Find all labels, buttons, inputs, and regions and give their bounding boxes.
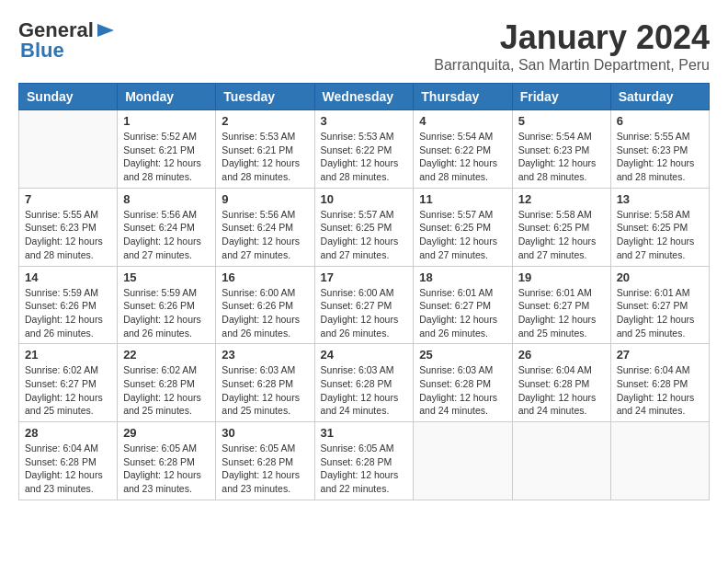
title-block: January 2024 Barranquita, San Martin Dep… [434, 18, 710, 74]
day-info: Sunrise: 5:56 AM Sunset: 6:24 PM Dayligh… [222, 208, 308, 262]
calendar-cell: 12Sunrise: 5:58 AM Sunset: 6:25 PM Dayli… [512, 188, 610, 266]
day-number: 22 [123, 348, 210, 362]
calendar-cell: 28Sunrise: 6:04 AM Sunset: 6:28 PM Dayli… [19, 422, 118, 500]
day-info: Sunrise: 6:03 AM Sunset: 6:28 PM Dayligh… [222, 363, 308, 418]
day-info: Sunrise: 5:55 AM Sunset: 6:23 PM Dayligh… [617, 130, 703, 184]
day-number: 6 [617, 114, 703, 128]
day-info: Sunrise: 5:58 AM Sunset: 6:25 PM Dayligh… [518, 208, 605, 262]
day-info: Sunrise: 6:05 AM Sunset: 6:28 PM Dayligh… [123, 442, 210, 496]
day-info: Sunrise: 6:01 AM Sunset: 6:27 PM Dayligh… [617, 286, 703, 340]
logo-arrow-icon [96, 20, 116, 40]
day-number: 26 [518, 348, 605, 362]
day-number: 9 [222, 192, 308, 206]
month-title: January 2024 [434, 18, 710, 57]
day-info: Sunrise: 5:59 AM Sunset: 6:26 PM Dayligh… [25, 286, 111, 340]
calendar-header-sunday: Sunday [19, 84, 118, 110]
day-number: 21 [25, 348, 111, 362]
day-info: Sunrise: 6:00 AM Sunset: 6:26 PM Dayligh… [222, 286, 308, 340]
calendar-cell: 8Sunrise: 5:56 AM Sunset: 6:24 PM Daylig… [118, 188, 216, 266]
calendar-week-2: 7Sunrise: 5:55 AM Sunset: 6:23 PM Daylig… [19, 188, 710, 266]
calendar-cell: 2Sunrise: 5:53 AM Sunset: 6:21 PM Daylig… [216, 110, 314, 189]
day-number: 2 [222, 114, 308, 128]
day-number: 15 [123, 270, 210, 284]
day-number: 11 [419, 192, 506, 206]
day-info: Sunrise: 6:02 AM Sunset: 6:28 PM Dayligh… [123, 363, 210, 418]
day-info: Sunrise: 5:53 AM Sunset: 6:22 PM Dayligh… [321, 130, 408, 184]
day-number: 4 [419, 114, 506, 128]
day-info: Sunrise: 5:57 AM Sunset: 6:25 PM Dayligh… [321, 208, 408, 262]
day-number: 18 [419, 270, 506, 284]
calendar-cell: 5Sunrise: 5:54 AM Sunset: 6:23 PM Daylig… [512, 110, 610, 189]
day-info: Sunrise: 6:03 AM Sunset: 6:28 PM Dayligh… [419, 363, 506, 418]
calendar-cell: 11Sunrise: 5:57 AM Sunset: 6:25 PM Dayli… [414, 188, 512, 266]
day-number: 23 [222, 348, 308, 362]
calendar-cell: 16Sunrise: 6:00 AM Sunset: 6:26 PM Dayli… [216, 266, 314, 344]
calendar-cell: 30Sunrise: 6:05 AM Sunset: 6:28 PM Dayli… [216, 422, 314, 500]
calendar-header-monday: Monday [118, 84, 216, 110]
day-number: 13 [617, 192, 703, 206]
calendar-cell: 20Sunrise: 6:01 AM Sunset: 6:27 PM Dayli… [610, 266, 709, 344]
day-info: Sunrise: 6:04 AM Sunset: 6:28 PM Dayligh… [25, 442, 111, 496]
day-number: 29 [123, 426, 210, 440]
day-number: 1 [123, 114, 210, 128]
day-number: 27 [617, 348, 703, 362]
calendar-header-friday: Friday [512, 84, 610, 110]
day-number: 19 [518, 270, 605, 284]
calendar-week-4: 21Sunrise: 6:02 AM Sunset: 6:27 PM Dayli… [19, 344, 710, 422]
day-info: Sunrise: 6:04 AM Sunset: 6:28 PM Dayligh… [617, 363, 703, 418]
calendar-cell: 4Sunrise: 5:54 AM Sunset: 6:22 PM Daylig… [414, 110, 512, 189]
calendar-cell: 19Sunrise: 6:01 AM Sunset: 6:27 PM Dayli… [512, 266, 610, 344]
calendar-table: SundayMondayTuesdayWednesdayThursdayFrid… [18, 83, 710, 500]
day-number: 16 [222, 270, 308, 284]
day-info: Sunrise: 6:00 AM Sunset: 6:27 PM Dayligh… [321, 286, 408, 340]
day-number: 25 [419, 348, 506, 362]
day-info: Sunrise: 5:56 AM Sunset: 6:24 PM Dayligh… [123, 208, 210, 262]
day-number: 7 [25, 192, 111, 206]
day-info: Sunrise: 6:03 AM Sunset: 6:28 PM Dayligh… [321, 363, 408, 418]
day-number: 24 [321, 348, 408, 362]
calendar-cell: 18Sunrise: 6:01 AM Sunset: 6:27 PM Dayli… [414, 266, 512, 344]
day-number: 10 [321, 192, 408, 206]
day-info: Sunrise: 5:58 AM Sunset: 6:25 PM Dayligh… [617, 208, 703, 262]
calendar-cell: 9Sunrise: 5:56 AM Sunset: 6:24 PM Daylig… [216, 188, 314, 266]
calendar-cell: 22Sunrise: 6:02 AM Sunset: 6:28 PM Dayli… [118, 344, 216, 422]
calendar-cell: 25Sunrise: 6:03 AM Sunset: 6:28 PM Dayli… [414, 344, 512, 422]
calendar-week-5: 28Sunrise: 6:04 AM Sunset: 6:28 PM Dayli… [19, 422, 710, 500]
calendar-cell: 14Sunrise: 5:59 AM Sunset: 6:26 PM Dayli… [19, 266, 118, 344]
day-info: Sunrise: 6:05 AM Sunset: 6:28 PM Dayligh… [222, 442, 308, 496]
day-info: Sunrise: 5:53 AM Sunset: 6:21 PM Dayligh… [222, 130, 308, 184]
day-number: 3 [321, 114, 408, 128]
day-number: 17 [321, 270, 408, 284]
day-info: Sunrise: 5:59 AM Sunset: 6:26 PM Dayligh… [123, 286, 210, 340]
calendar-header-row: SundayMondayTuesdayWednesdayThursdayFrid… [19, 84, 710, 110]
day-number: 12 [518, 192, 605, 206]
calendar-header-wednesday: Wednesday [314, 84, 414, 110]
svg-marker-0 [97, 24, 114, 37]
logo: General Blue [18, 18, 116, 63]
calendar-header-saturday: Saturday [610, 84, 709, 110]
calendar-cell: 13Sunrise: 5:58 AM Sunset: 6:25 PM Dayli… [610, 188, 709, 266]
calendar-cell: 26Sunrise: 6:04 AM Sunset: 6:28 PM Dayli… [512, 344, 610, 422]
calendar-cell: 29Sunrise: 6:05 AM Sunset: 6:28 PM Dayli… [118, 422, 216, 500]
calendar-header-thursday: Thursday [414, 84, 512, 110]
day-number: 14 [25, 270, 111, 284]
day-info: Sunrise: 6:05 AM Sunset: 6:28 PM Dayligh… [321, 442, 408, 496]
calendar-cell: 21Sunrise: 6:02 AM Sunset: 6:27 PM Dayli… [19, 344, 118, 422]
calendar-header-tuesday: Tuesday [216, 84, 314, 110]
day-info: Sunrise: 6:04 AM Sunset: 6:28 PM Dayligh… [518, 363, 605, 418]
calendar-cell: 15Sunrise: 5:59 AM Sunset: 6:26 PM Dayli… [118, 266, 216, 344]
calendar-week-3: 14Sunrise: 5:59 AM Sunset: 6:26 PM Dayli… [19, 266, 710, 344]
calendar-cell [414, 422, 512, 500]
day-number: 28 [25, 426, 111, 440]
calendar-cell [512, 422, 610, 500]
day-number: 5 [518, 114, 605, 128]
day-info: Sunrise: 6:02 AM Sunset: 6:27 PM Dayligh… [25, 363, 111, 418]
calendar-cell: 1Sunrise: 5:52 AM Sunset: 6:21 PM Daylig… [118, 110, 216, 189]
location: Barranquita, San Martin Department, Peru [434, 57, 710, 74]
calendar-cell [610, 422, 709, 500]
day-info: Sunrise: 5:52 AM Sunset: 6:21 PM Dayligh… [123, 130, 210, 184]
day-info: Sunrise: 5:54 AM Sunset: 6:22 PM Dayligh… [419, 130, 506, 184]
day-info: Sunrise: 5:55 AM Sunset: 6:23 PM Dayligh… [25, 208, 111, 262]
calendar-cell: 6Sunrise: 5:55 AM Sunset: 6:23 PM Daylig… [610, 110, 709, 189]
day-number: 31 [321, 426, 408, 440]
